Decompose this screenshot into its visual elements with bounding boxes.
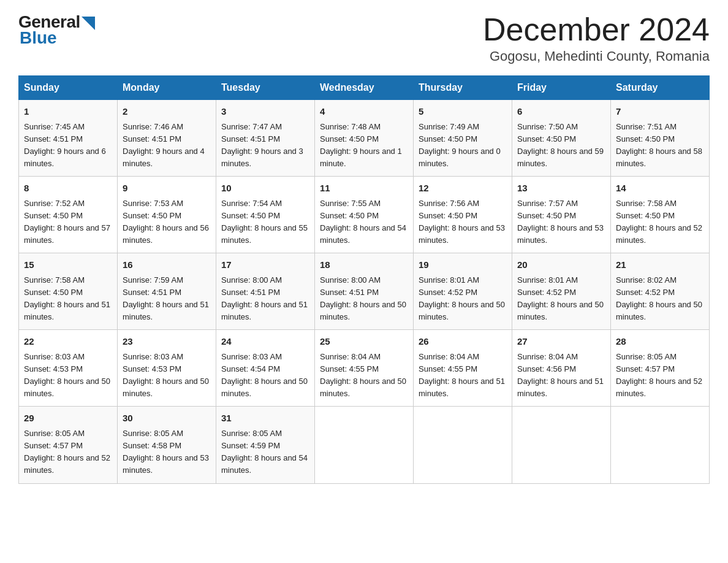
day-number: 6 xyxy=(517,105,605,119)
calendar-cell: 16 Sunrise: 7:59 AMSunset: 4:51 PMDaylig… xyxy=(118,253,216,330)
calendar-cell: 18 Sunrise: 8:00 AMSunset: 4:51 PMDaylig… xyxy=(315,253,414,330)
calendar-cell: 6 Sunrise: 7:50 AMSunset: 4:50 PMDayligh… xyxy=(512,100,611,177)
calendar-cell: 19 Sunrise: 8:01 AMSunset: 4:52 PMDaylig… xyxy=(414,253,512,330)
location-text: Gogosu, Mehedinti County, Romania xyxy=(483,48,710,64)
day-number: 11 xyxy=(320,182,408,196)
calendar-cell xyxy=(512,407,611,483)
weekday-header-friday: Friday xyxy=(512,76,611,100)
day-info: Sunrise: 8:04 AMSunset: 4:55 PMDaylight:… xyxy=(419,352,505,398)
weekday-header-monday: Monday xyxy=(118,76,216,100)
week-row-4: 22 Sunrise: 8:03 AMSunset: 4:53 PMDaylig… xyxy=(19,330,710,407)
day-info: Sunrise: 7:53 AMSunset: 4:50 PMDaylight:… xyxy=(123,199,209,245)
calendar-cell: 15 Sunrise: 7:58 AMSunset: 4:50 PMDaylig… xyxy=(19,253,118,330)
day-info: Sunrise: 8:01 AMSunset: 4:52 PMDaylight:… xyxy=(419,275,505,321)
day-number: 8 xyxy=(24,182,112,196)
page-header: General Blue December 2024 Gogosu, Mehed… xyxy=(18,12,710,64)
day-info: Sunrise: 7:54 AMSunset: 4:50 PMDaylight:… xyxy=(221,199,308,245)
day-number: 18 xyxy=(320,258,408,272)
calendar-cell: 14 Sunrise: 7:58 AMSunset: 4:50 PMDaylig… xyxy=(611,177,710,253)
day-info: Sunrise: 7:58 AMSunset: 4:50 PMDaylight:… xyxy=(616,199,702,245)
day-info: Sunrise: 8:03 AMSunset: 4:53 PMDaylight:… xyxy=(123,352,209,398)
day-info: Sunrise: 7:56 AMSunset: 4:50 PMDaylight:… xyxy=(419,199,505,245)
day-info: Sunrise: 8:04 AMSunset: 4:56 PMDaylight:… xyxy=(517,352,604,398)
calendar-cell xyxy=(414,407,512,483)
day-info: Sunrise: 8:01 AMSunset: 4:52 PMDaylight:… xyxy=(517,275,604,321)
calendar-cell: 29 Sunrise: 8:05 AMSunset: 4:57 PMDaylig… xyxy=(19,407,118,483)
weekday-header-row: SundayMondayTuesdayWednesdayThursdayFrid… xyxy=(19,76,710,100)
day-info: Sunrise: 8:05 AMSunset: 4:57 PMDaylight:… xyxy=(616,352,702,398)
calendar-cell: 28 Sunrise: 8:05 AMSunset: 4:57 PMDaylig… xyxy=(611,330,710,407)
day-info: Sunrise: 8:04 AMSunset: 4:55 PMDaylight:… xyxy=(320,352,406,398)
day-info: Sunrise: 8:03 AMSunset: 4:53 PMDaylight:… xyxy=(24,352,110,398)
title-block: December 2024 Gogosu, Mehedinti County, … xyxy=(483,12,710,64)
month-title: December 2024 xyxy=(483,12,710,47)
day-info: Sunrise: 7:55 AMSunset: 4:50 PMDaylight:… xyxy=(320,199,406,245)
calendar-cell: 9 Sunrise: 7:53 AMSunset: 4:50 PMDayligh… xyxy=(118,177,216,253)
calendar-cell xyxy=(611,407,710,483)
calendar-cell: 11 Sunrise: 7:55 AMSunset: 4:50 PMDaylig… xyxy=(315,177,414,253)
day-info: Sunrise: 7:57 AMSunset: 4:50 PMDaylight:… xyxy=(517,199,604,245)
day-number: 29 xyxy=(24,412,112,426)
calendar-cell: 25 Sunrise: 8:04 AMSunset: 4:55 PMDaylig… xyxy=(315,330,414,407)
calendar-cell: 23 Sunrise: 8:03 AMSunset: 4:53 PMDaylig… xyxy=(118,330,216,407)
calendar-cell: 4 Sunrise: 7:48 AMSunset: 4:50 PMDayligh… xyxy=(315,100,414,177)
day-number: 22 xyxy=(24,335,112,349)
calendar-cell: 13 Sunrise: 7:57 AMSunset: 4:50 PMDaylig… xyxy=(512,177,611,253)
weekday-header-tuesday: Tuesday xyxy=(216,76,315,100)
calendar-cell xyxy=(315,407,414,483)
calendar-cell: 21 Sunrise: 8:02 AMSunset: 4:52 PMDaylig… xyxy=(611,253,710,330)
day-number: 31 xyxy=(221,412,309,426)
day-number: 4 xyxy=(320,105,408,119)
calendar-cell: 27 Sunrise: 8:04 AMSunset: 4:56 PMDaylig… xyxy=(512,330,611,407)
day-number: 3 xyxy=(221,105,309,119)
day-number: 15 xyxy=(24,258,112,272)
weekday-header-saturday: Saturday xyxy=(611,76,710,100)
week-row-1: 1 Sunrise: 7:45 AMSunset: 4:51 PMDayligh… xyxy=(19,100,710,177)
day-info: Sunrise: 8:00 AMSunset: 4:51 PMDaylight:… xyxy=(320,275,406,321)
day-info: Sunrise: 7:46 AMSunset: 4:51 PMDaylight:… xyxy=(123,122,205,168)
calendar-cell: 10 Sunrise: 7:54 AMSunset: 4:50 PMDaylig… xyxy=(216,177,315,253)
day-info: Sunrise: 8:00 AMSunset: 4:51 PMDaylight:… xyxy=(221,275,308,321)
svg-marker-0 xyxy=(82,17,95,30)
calendar-cell: 12 Sunrise: 7:56 AMSunset: 4:50 PMDaylig… xyxy=(414,177,512,253)
day-number: 28 xyxy=(616,335,704,349)
day-number: 7 xyxy=(616,105,704,119)
calendar-cell: 17 Sunrise: 8:00 AMSunset: 4:51 PMDaylig… xyxy=(216,253,315,330)
day-info: Sunrise: 8:05 AMSunset: 4:58 PMDaylight:… xyxy=(123,429,209,475)
calendar-cell: 22 Sunrise: 8:03 AMSunset: 4:53 PMDaylig… xyxy=(19,330,118,407)
calendar-cell: 20 Sunrise: 8:01 AMSunset: 4:52 PMDaylig… xyxy=(512,253,611,330)
day-info: Sunrise: 7:59 AMSunset: 4:51 PMDaylight:… xyxy=(123,275,209,321)
day-info: Sunrise: 7:51 AMSunset: 4:50 PMDaylight:… xyxy=(616,122,702,168)
day-info: Sunrise: 7:45 AMSunset: 4:51 PMDaylight:… xyxy=(24,122,106,168)
day-number: 24 xyxy=(221,335,309,349)
day-number: 16 xyxy=(123,258,211,272)
weekday-header-sunday: Sunday xyxy=(19,76,118,100)
day-info: Sunrise: 7:50 AMSunset: 4:50 PMDaylight:… xyxy=(517,122,604,168)
day-info: Sunrise: 8:05 AMSunset: 4:57 PMDaylight:… xyxy=(24,429,110,475)
day-info: Sunrise: 7:52 AMSunset: 4:50 PMDaylight:… xyxy=(24,199,110,245)
day-number: 14 xyxy=(616,182,704,196)
day-number: 13 xyxy=(517,182,605,196)
calendar-cell: 26 Sunrise: 8:04 AMSunset: 4:55 PMDaylig… xyxy=(414,330,512,407)
calendar-cell: 8 Sunrise: 7:52 AMSunset: 4:50 PMDayligh… xyxy=(19,177,118,253)
day-info: Sunrise: 8:03 AMSunset: 4:54 PMDaylight:… xyxy=(221,352,308,398)
week-row-3: 15 Sunrise: 7:58 AMSunset: 4:50 PMDaylig… xyxy=(19,253,710,330)
day-number: 1 xyxy=(24,105,112,119)
week-row-5: 29 Sunrise: 8:05 AMSunset: 4:57 PMDaylig… xyxy=(19,407,710,483)
calendar-cell: 24 Sunrise: 8:03 AMSunset: 4:54 PMDaylig… xyxy=(216,330,315,407)
weekday-header-thursday: Thursday xyxy=(414,76,512,100)
calendar-cell: 5 Sunrise: 7:49 AMSunset: 4:50 PMDayligh… xyxy=(414,100,512,177)
day-info: Sunrise: 8:02 AMSunset: 4:52 PMDaylight:… xyxy=(616,275,702,321)
day-info: Sunrise: 8:05 AMSunset: 4:59 PMDaylight:… xyxy=(221,429,308,475)
day-info: Sunrise: 7:47 AMSunset: 4:51 PMDaylight:… xyxy=(221,122,303,168)
day-number: 9 xyxy=(123,182,211,196)
day-info: Sunrise: 7:58 AMSunset: 4:50 PMDaylight:… xyxy=(24,275,110,321)
day-number: 12 xyxy=(419,182,507,196)
day-info: Sunrise: 7:49 AMSunset: 4:50 PMDaylight:… xyxy=(419,122,501,168)
logo: General Blue xyxy=(18,12,95,48)
day-number: 23 xyxy=(123,335,211,349)
calendar-cell: 3 Sunrise: 7:47 AMSunset: 4:51 PMDayligh… xyxy=(216,100,315,177)
logo-blue-text: Blue xyxy=(18,28,57,48)
calendar-cell: 2 Sunrise: 7:46 AMSunset: 4:51 PMDayligh… xyxy=(118,100,216,177)
weekday-header-wednesday: Wednesday xyxy=(315,76,414,100)
